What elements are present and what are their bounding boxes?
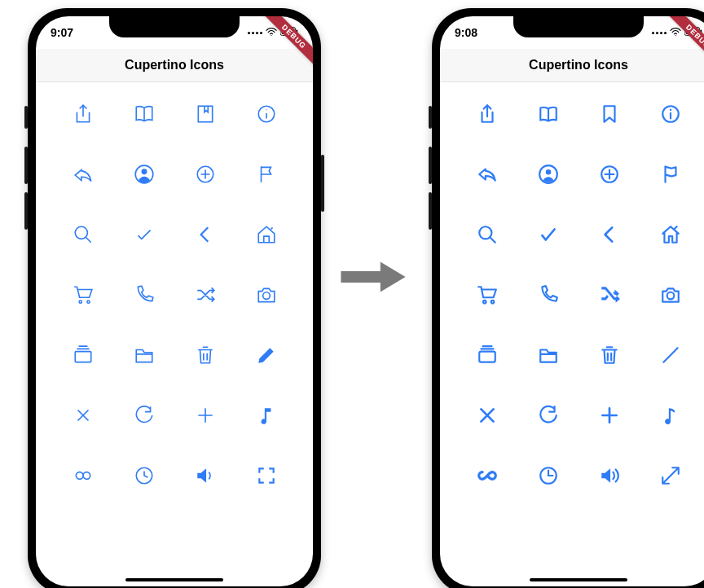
info-icon[interactable]: [254, 102, 279, 126]
share-icon[interactable]: [475, 102, 499, 126]
chevron-left-icon[interactable]: [597, 222, 622, 247]
svg-point-10: [86, 301, 89, 303]
cellular-icon: [248, 32, 262, 34]
svg-point-19: [545, 169, 551, 175]
book-icon[interactable]: [132, 102, 156, 126]
folder-icon[interactable]: [132, 343, 156, 367]
notch: [109, 16, 240, 37]
search-icon[interactable]: [475, 222, 499, 247]
reply-icon[interactable]: [475, 162, 499, 186]
clear-icon[interactable]: [71, 403, 95, 428]
check-icon[interactable]: [132, 222, 156, 247]
music-note-icon[interactable]: [254, 403, 279, 428]
wifi-icon: [670, 27, 681, 38]
cellular-icon: [652, 32, 667, 34]
clock: 9:07: [51, 26, 73, 39]
screen-right: DEBUG 9:08 Cupertino Icons: [440, 16, 704, 586]
svg-rect-25: [479, 352, 495, 362]
flag-icon[interactable]: [254, 162, 279, 186]
share-icon[interactable]: [71, 102, 95, 126]
bookmark-icon[interactable]: [597, 102, 622, 126]
chevron-left-icon[interactable]: [193, 222, 218, 247]
person-circle-icon[interactable]: [132, 162, 156, 186]
collections-icon[interactable]: [71, 343, 95, 367]
device-frame-right: DEBUG 9:08 Cupertino Icons: [432, 8, 704, 588]
clear-icon[interactable]: [475, 403, 499, 428]
fullscreen-icon[interactable]: [254, 463, 279, 488]
shuffle-icon[interactable]: [193, 283, 218, 307]
wifi-icon: [266, 27, 277, 38]
home-icon[interactable]: [254, 222, 279, 247]
phone-icon[interactable]: [536, 283, 561, 307]
refresh-icon[interactable]: [536, 403, 561, 428]
icon-grid-right: [440, 82, 704, 488]
clock: 9:08: [455, 26, 477, 39]
svg-point-11: [262, 292, 270, 300]
home-indicator: [125, 578, 223, 581]
nav-bar: Cupertino Icons: [36, 49, 313, 82]
svg-rect-3: [198, 106, 212, 122]
svg-point-8: [75, 226, 87, 239]
icon-grid-left: [36, 82, 313, 488]
svg-point-9: [79, 301, 81, 303]
reply-icon[interactable]: [71, 162, 95, 186]
pencil-icon[interactable]: [658, 343, 683, 367]
time-icon[interactable]: [536, 463, 561, 488]
notch: [513, 16, 644, 37]
bookmark-icon[interactable]: [193, 102, 218, 126]
info-icon[interactable]: [658, 102, 683, 126]
svg-point-6: [141, 169, 147, 174]
music-note-icon[interactable]: [658, 403, 683, 428]
book-icon[interactable]: [536, 102, 561, 126]
svg-point-22: [483, 301, 486, 303]
loop-icon[interactable]: [475, 463, 499, 488]
delete-icon[interactable]: [193, 343, 218, 367]
flag-icon[interactable]: [658, 162, 683, 186]
svg-point-23: [491, 301, 493, 303]
loop-icon[interactable]: [71, 463, 95, 488]
home-indicator: [530, 578, 627, 581]
svg-point-24: [667, 292, 674, 300]
transition-arrow-icon: [332, 252, 414, 301]
fullscreen-icon[interactable]: [658, 463, 683, 488]
camera-icon[interactable]: [658, 283, 683, 307]
search-icon[interactable]: [71, 222, 95, 247]
time-icon[interactable]: [132, 463, 156, 488]
folder-icon[interactable]: [536, 343, 561, 367]
device-frame-left: DEBUG 9:07 Cupertino Icons: [28, 8, 321, 588]
collections-icon[interactable]: [475, 343, 499, 367]
cart-icon[interactable]: [475, 283, 499, 307]
shuffle-icon[interactable]: [597, 283, 622, 307]
camera-icon[interactable]: [254, 283, 279, 307]
cart-icon[interactable]: [71, 283, 95, 307]
volume-up-icon[interactable]: [193, 463, 218, 488]
add-icon[interactable]: [597, 403, 622, 428]
add-icon[interactable]: [193, 403, 218, 428]
person-circle-icon[interactable]: [536, 162, 561, 186]
delete-icon[interactable]: [597, 343, 622, 367]
nav-bar: Cupertino Icons: [440, 49, 704, 82]
screen-left: DEBUG 9:07 Cupertino Icons: [36, 16, 313, 586]
add-circle-icon[interactable]: [597, 162, 622, 186]
page-title: Cupertino Icons: [125, 58, 224, 72]
add-circle-icon[interactable]: [193, 162, 218, 186]
phone-icon[interactable]: [132, 283, 156, 307]
pencil-icon[interactable]: [254, 343, 279, 367]
refresh-icon[interactable]: [132, 403, 156, 428]
page-title: Cupertino Icons: [529, 58, 628, 72]
volume-up-icon[interactable]: [597, 463, 622, 488]
home-icon[interactable]: [658, 222, 683, 247]
check-icon[interactable]: [536, 222, 561, 247]
svg-rect-12: [75, 352, 91, 362]
